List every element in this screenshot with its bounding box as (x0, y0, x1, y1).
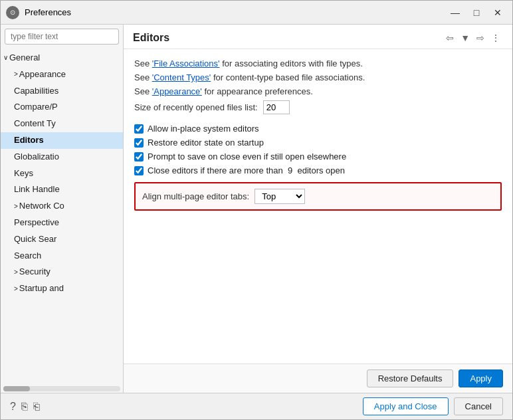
line2: See 'Content Types' for content-type bas… (134, 72, 502, 82)
maximize-button[interactable]: □ (467, 5, 486, 21)
appearance-link[interactable]: 'Appearance' (152, 86, 202, 96)
apply-close-button[interactable]: Apply and Close (363, 397, 449, 415)
checkbox-prompt-save-label: Prompt to save on close even if still op… (148, 152, 346, 161)
sidebar-item-security[interactable]: > Security (1, 264, 123, 280)
line3: See 'Appearance' for appearance preferen… (134, 86, 502, 96)
sidebar-scrollbar-thumb (3, 386, 30, 391)
sidebar-item-compare[interactable]: Compare/P (1, 99, 123, 116)
window-title: Preferences (25, 7, 441, 17)
sidebar-item-network[interactable]: > Network Co (1, 198, 123, 215)
sidebar-tree: ∨ General > Appearance Capabilities Comp… (1, 49, 123, 385)
filter-input[interactable] (5, 29, 119, 45)
sidebar-scrollbar[interactable] (3, 386, 120, 391)
size-label: Size of recently opened files list: (134, 102, 258, 112)
sidebar-item-content-types[interactable]: Content Ty (1, 116, 123, 132)
window-footer: ? ⎘ ⎗ Apply and Close Cancel (1, 393, 512, 419)
restore-defaults-button[interactable]: Restore Defaults (367, 369, 454, 387)
sidebar-item-quick-search[interactable]: Quick Sear (1, 231, 123, 248)
checkbox-restore-editor[interactable] (134, 138, 144, 148)
chevron-right-icon: > (14, 69, 18, 80)
sidebar-item-link-handlers[interactable]: Link Handle (1, 181, 123, 198)
help-icon[interactable]: ? (10, 401, 16, 413)
tabs-align-select[interactable]: Top Bottom Left Right (255, 189, 305, 204)
panel-title: Editors (133, 32, 169, 44)
export-icon[interactable]: ⎘ (21, 401, 28, 413)
app-icon: ⊙ (6, 6, 19, 19)
sidebar-item-globalization[interactable]: Globalizatio (1, 149, 123, 165)
sidebar-item-general[interactable]: ∨ General (1, 50, 123, 66)
main-content: ∨ General > Appearance Capabilities Comp… (1, 25, 512, 393)
sidebar-item-capabilities[interactable]: Capabilities (1, 83, 123, 100)
dropdown-button[interactable]: ▼ (458, 31, 472, 45)
checkbox-close-editors[interactable] (134, 166, 144, 175)
apply-button[interactable]: Apply (459, 369, 503, 387)
tabs-align-row: Align multi-page editor tabs: Top Bottom… (134, 182, 502, 211)
panel-footer: Restore Defaults Apply (124, 364, 512, 393)
forward-button[interactable]: ⇨ (474, 31, 487, 45)
sidebar-item-editors[interactable]: Editors (1, 132, 123, 149)
sidebar: ∨ General > Appearance Capabilities Comp… (1, 25, 124, 393)
checkbox-row-1: Allow in-place system editors (134, 124, 502, 134)
checkbox-row-3: Prompt to save on close even if still op… (134, 152, 502, 161)
checkbox-row-2: Restore editor state on startup (134, 138, 502, 148)
panel-toolbar: ⇦ ▼ ⇨ ⋮ (443, 31, 503, 45)
chevron-right-icon: > (14, 201, 18, 212)
panel-body: See 'File Associations' for associating … (124, 49, 512, 364)
sidebar-item-startup[interactable]: > Startup and (1, 280, 123, 297)
sidebar-item-perspective[interactable]: Perspective (1, 215, 123, 231)
sidebar-item-appearance[interactable]: > Appearance (1, 66, 123, 83)
titlebar: ⊙ Preferences — □ ✕ (1, 1, 512, 25)
cancel-button[interactable]: Cancel (454, 397, 503, 415)
content-types-link[interactable]: 'Content Types' (152, 72, 211, 82)
checkbox-allow-inplace-label: Allow in-place system editors (148, 124, 259, 134)
chevron-right-icon: > (14, 284, 18, 294)
sidebar-item-search[interactable]: Search (1, 248, 123, 264)
tabs-align-label: Align multi-page editor tabs: (142, 191, 249, 201)
back-button[interactable]: ⇦ (443, 31, 457, 45)
import-icon[interactable]: ⎗ (33, 401, 40, 413)
chevron-right-icon: > (14, 267, 18, 278)
window-controls: — □ ✕ (446, 5, 507, 21)
size-input[interactable] (263, 100, 290, 114)
size-row: Size of recently opened files list: (134, 100, 502, 114)
panel-header: Editors ⇦ ▼ ⇨ ⋮ (124, 25, 512, 49)
checkbox-row-4: Close editors if there are more than 9 e… (134, 165, 502, 175)
preferences-window: ⊙ Preferences — □ ✕ ∨ General > Appearan… (0, 0, 513, 420)
checkbox-prompt-save[interactable] (134, 152, 144, 161)
line1: See 'File Associations' for associating … (134, 58, 502, 68)
chevron-down-icon: ∨ (3, 52, 8, 63)
right-panel: Editors ⇦ ▼ ⇨ ⋮ See 'File Associations' … (124, 25, 512, 393)
footer-right: Apply and Close Cancel (363, 397, 503, 415)
footer-left: ? ⎘ ⎗ (10, 401, 40, 413)
checkbox-close-editors-label: Close editors if there are more than 9 e… (148, 165, 345, 175)
more-options-button[interactable]: ⋮ (488, 31, 503, 45)
minimize-button[interactable]: — (446, 5, 464, 21)
checkbox-allow-inplace[interactable] (134, 124, 144, 134)
close-button[interactable]: ✕ (488, 5, 507, 21)
checkbox-restore-editor-label: Restore editor state on startup (148, 138, 264, 148)
file-associations-link[interactable]: 'File Associations' (152, 58, 220, 68)
sidebar-item-keys[interactable]: Keys (1, 165, 123, 182)
